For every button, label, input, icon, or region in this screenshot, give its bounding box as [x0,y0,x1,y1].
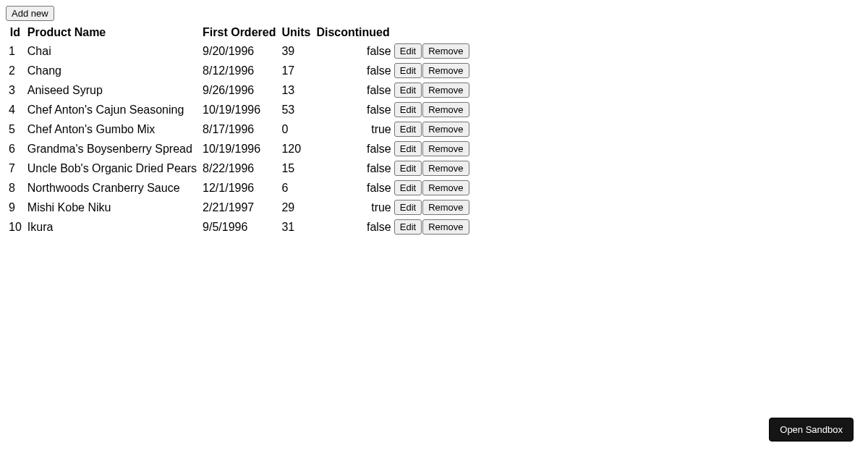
cell-discontinued: false [313,217,392,237]
remove-button[interactable]: Remove [422,102,469,117]
cell-id: 4 [6,100,25,119]
products-table: Id Product Name First Ordered Units Disc… [6,24,473,237]
cell-units: 0 [278,119,313,139]
col-header-product-name: Product Name [25,24,200,41]
table-row: 4Chef Anton's Cajun Seasoning10/19/19965… [6,100,473,119]
cell-actions: EditRemove [393,61,473,80]
cell-units: 53 [278,100,313,119]
cell-first-ordered: 10/19/1996 [200,139,278,159]
cell-first-ordered: 2/21/1997 [200,198,278,217]
cell-id: 5 [6,119,25,139]
cell-id: 10 [6,217,25,237]
cell-id: 9 [6,198,25,217]
remove-button[interactable]: Remove [422,200,469,215]
col-header-units: Units [278,24,313,41]
cell-id: 8 [6,178,25,198]
cell-discontinued: false [313,80,392,100]
cell-id: 2 [6,61,25,80]
cell-first-ordered: 8/12/1996 [200,61,278,80]
cell-actions: EditRemove [393,119,473,139]
table-row: 8Northwoods Cranberry Sauce12/1/19966fal… [6,178,473,198]
cell-first-ordered: 9/20/1996 [200,41,278,61]
remove-button[interactable]: Remove [422,180,469,195]
cell-units: 29 [278,198,313,217]
table-row: 7Uncle Bob's Organic Dried Pears8/22/199… [6,159,473,178]
cell-first-ordered: 9/5/1996 [200,217,278,237]
cell-product-name: Ikura [25,217,200,237]
cell-units: 120 [278,139,313,159]
cell-discontinued: false [313,41,392,61]
edit-button[interactable]: Edit [394,161,422,176]
cell-units: 13 [278,80,313,100]
remove-button[interactable]: Remove [422,219,469,235]
cell-first-ordered: 12/1/1996 [200,178,278,198]
col-header-actions [393,24,473,41]
cell-product-name: Mishi Kobe Niku [25,198,200,217]
col-header-first-ordered: First Ordered [200,24,278,41]
edit-button[interactable]: Edit [394,102,422,117]
cell-discontinued: true [313,198,392,217]
table-row: 1Chai9/20/199639falseEditRemove [6,41,473,61]
cell-product-name: Chef Anton's Cajun Seasoning [25,100,200,119]
table-row: 10Ikura9/5/199631falseEditRemove [6,217,473,237]
remove-button[interactable]: Remove [422,161,469,176]
remove-button[interactable]: Remove [422,63,469,78]
cell-product-name: Northwoods Cranberry Sauce [25,178,200,198]
cell-actions: EditRemove [393,217,473,237]
edit-button[interactable]: Edit [394,83,422,98]
cell-actions: EditRemove [393,100,473,119]
edit-button[interactable]: Edit [394,180,422,195]
col-header-discontinued: Discontinued [313,24,392,41]
cell-actions: EditRemove [393,139,473,159]
table-row: 3Aniseed Syrup9/26/199613falseEditRemove [6,80,473,100]
table-header-row: Id Product Name First Ordered Units Disc… [6,24,473,41]
edit-button[interactable]: Edit [394,219,422,235]
cell-discontinued: true [313,119,392,139]
cell-discontinued: false [313,139,392,159]
cell-product-name: Chang [25,61,200,80]
cell-units: 17 [278,61,313,80]
cell-first-ordered: 9/26/1996 [200,80,278,100]
cell-product-name: Aniseed Syrup [25,80,200,100]
edit-button[interactable]: Edit [394,122,422,137]
cell-id: 3 [6,80,25,100]
remove-button[interactable]: Remove [422,43,469,59]
cell-first-ordered: 8/22/1996 [200,159,278,178]
edit-button[interactable]: Edit [394,200,422,215]
cell-first-ordered: 8/17/1996 [200,119,278,139]
cell-actions: EditRemove [393,178,473,198]
table-row: 5Chef Anton's Gumbo Mix8/17/19960trueEdi… [6,119,473,139]
cell-units: 39 [278,41,313,61]
cell-discontinued: false [313,100,392,119]
cell-actions: EditRemove [393,80,473,100]
cell-id: 7 [6,159,25,178]
cell-units: 15 [278,159,313,178]
cell-discontinued: false [313,159,392,178]
cell-product-name: Chai [25,41,200,61]
table-row: 6Grandma's Boysenberry Spread10/19/19961… [6,139,473,159]
cell-discontinued: false [313,61,392,80]
open-sandbox-button[interactable]: Open Sandbox [769,418,854,442]
remove-button[interactable]: Remove [422,122,469,137]
table-row: 2Chang8/12/199617falseEditRemove [6,61,473,80]
table-row: 9Mishi Kobe Niku2/21/199729trueEditRemov… [6,198,473,217]
cell-id: 1 [6,41,25,61]
remove-button[interactable]: Remove [422,141,469,156]
cell-first-ordered: 10/19/1996 [200,100,278,119]
cell-id: 6 [6,139,25,159]
cell-product-name: Grandma's Boysenberry Spread [25,139,200,159]
cell-actions: EditRemove [393,41,473,61]
edit-button[interactable]: Edit [394,63,422,78]
cell-product-name: Uncle Bob's Organic Dried Pears [25,159,200,178]
cell-units: 6 [278,178,313,198]
cell-discontinued: false [313,178,392,198]
cell-units: 31 [278,217,313,237]
edit-button[interactable]: Edit [394,141,422,156]
remove-button[interactable]: Remove [422,83,469,98]
edit-button[interactable]: Edit [394,43,422,59]
cell-product-name: Chef Anton's Gumbo Mix [25,119,200,139]
add-new-button[interactable]: Add new [6,6,54,21]
col-header-id: Id [6,24,25,41]
cell-actions: EditRemove [393,198,473,217]
cell-actions: EditRemove [393,159,473,178]
